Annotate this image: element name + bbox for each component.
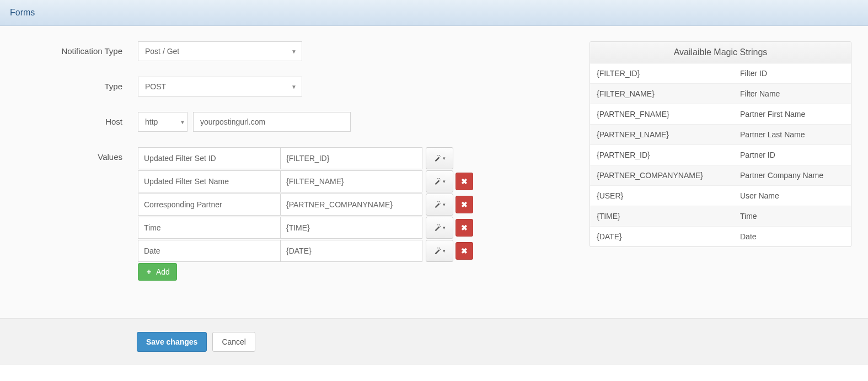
value-token-input[interactable] (280, 217, 422, 239)
magic-string-desc: Filter Name (733, 84, 851, 104)
svg-point-14 (437, 248, 438, 248)
value-key-input[interactable] (138, 147, 280, 169)
magic-string-token: {TIME} (590, 206, 733, 226)
svg-point-10 (440, 226, 441, 227)
footer-bar: Save changes Cancel (0, 318, 868, 365)
forms-breadcrumb-link[interactable]: Forms (10, 8, 35, 17)
close-icon: ✖ (461, 200, 468, 209)
notification-type-select[interactable]: Post / Get (138, 41, 302, 61)
magic-picker-button[interactable]: ▾ (426, 194, 453, 216)
host-protocol-select[interactable]: http (138, 112, 187, 132)
delete-row-button[interactable]: ✖ (456, 242, 473, 260)
magic-wand-icon (433, 201, 441, 208)
svg-point-11 (437, 224, 438, 225)
chevron-down-icon: ▾ (443, 179, 446, 184)
magic-string-desc: Time (733, 206, 851, 226)
value-token-input[interactable] (280, 240, 422, 262)
save-button[interactable]: Save changes (137, 332, 207, 352)
magic-wand-icon (433, 178, 441, 185)
value-key-input[interactable] (138, 217, 280, 239)
magic-string-row: {TIME}Time (590, 206, 851, 227)
magic-string-token: {PARTNER_COMPANYNAME} (590, 165, 733, 185)
magic-wand-icon (433, 247, 441, 255)
cancel-button[interactable]: Cancel (212, 332, 255, 352)
row-notification-type: Notification Type Post / Get (17, 41, 567, 61)
label-host: Host (17, 112, 138, 132)
magic-wand-icon (433, 224, 441, 232)
value-row: ▾✖ (138, 194, 567, 216)
magic-string-row: {PARTNER_COMPANYNAME}Partner Company Nam… (590, 165, 851, 186)
value-token-input[interactable] (280, 147, 422, 169)
svg-point-4 (440, 180, 441, 180)
svg-point-0 (439, 155, 440, 156)
row-values: Values ▾▾✖▾✖▾✖▾✖ + Add (17, 147, 567, 281)
value-key-input[interactable] (138, 240, 280, 262)
magic-string-token: {FILTER_NAME} (590, 84, 733, 104)
magic-string-desc: Partner Company Name (733, 165, 851, 185)
magic-string-token: {PARTNER_FNAME} (590, 104, 733, 124)
value-key-input[interactable] (138, 170, 280, 192)
content-area: Notification Type Post / Get Type POST (0, 26, 868, 318)
chevron-down-icon: ▾ (443, 202, 446, 207)
delete-row-button[interactable]: ✖ (456, 196, 473, 213)
magic-picker-button[interactable]: ▾ (426, 217, 453, 239)
magic-string-token: {USER} (590, 186, 733, 206)
value-token-input[interactable] (280, 194, 422, 216)
host-url-input[interactable] (193, 112, 351, 132)
type-select[interactable]: POST (138, 77, 302, 96)
magic-string-desc: Date (733, 227, 851, 246)
chevron-down-icon: ▾ (443, 155, 446, 161)
chevron-down-icon: ▾ (443, 248, 446, 254)
svg-point-8 (437, 201, 438, 202)
svg-point-6 (439, 201, 440, 202)
chevron-down-icon: ▾ (443, 225, 446, 230)
svg-point-1 (440, 157, 441, 157)
svg-point-7 (440, 203, 441, 203)
close-icon: ✖ (461, 246, 468, 255)
close-icon: ✖ (461, 223, 468, 232)
value-row: ▾✖ (138, 240, 567, 262)
magic-string-row: {FILTER_NAME}Filter Name (590, 84, 851, 104)
magic-string-token: {DATE} (590, 227, 733, 246)
add-button-label: Add (156, 267, 170, 276)
svg-point-2 (437, 155, 438, 155)
magic-picker-button[interactable]: ▾ (426, 170, 453, 192)
svg-point-13 (440, 249, 441, 250)
plus-icon: + (145, 268, 153, 276)
value-row: ▾ (138, 147, 567, 169)
magic-string-desc: Partner First Name (733, 104, 851, 124)
value-key-input[interactable] (138, 194, 280, 216)
magic-string-row: {PARTNER_ID}Partner ID (590, 145, 851, 165)
magic-strings-panel: Availaible Magic Strings {FILTER_ID}Filt… (590, 41, 851, 247)
svg-point-5 (437, 178, 438, 179)
magic-string-row: {PARTNER_LNAME}Partner Last Name (590, 125, 851, 145)
close-icon: ✖ (461, 177, 468, 186)
value-row: ▾✖ (138, 217, 567, 239)
magic-string-row: {FILTER_ID}Filter ID (590, 63, 851, 84)
row-host: Host http (17, 112, 567, 132)
magic-picker-button[interactable]: ▾ (426, 240, 453, 262)
form-column: Notification Type Post / Get Type POST (17, 41, 567, 296)
value-row: ▾✖ (138, 170, 567, 192)
magic-string-row: {PARTNER_FNAME}Partner First Name (590, 104, 851, 125)
magic-strings-title: Availaible Magic Strings (590, 42, 851, 63)
delete-row-button[interactable]: ✖ (456, 173, 473, 190)
magic-string-row: {USER}User Name (590, 186, 851, 206)
label-type: Type (17, 77, 138, 96)
svg-point-3 (439, 178, 440, 179)
magic-picker-button[interactable]: ▾ (426, 147, 453, 169)
svg-point-12 (439, 248, 440, 249)
magic-string-token: {FILTER_ID} (590, 63, 733, 83)
value-token-input[interactable] (280, 170, 422, 192)
page-header: Forms (0, 0, 868, 26)
magic-string-row: {DATE}Date (590, 227, 851, 246)
magic-wand-icon (433, 154, 441, 162)
magic-string-token: {PARTNER_ID} (590, 145, 733, 165)
magic-string-desc: Partner Last Name (733, 125, 851, 144)
delete-row-button[interactable]: ✖ (456, 219, 473, 237)
row-type: Type POST (17, 77, 567, 96)
svg-point-9 (439, 224, 440, 226)
add-value-button[interactable]: + Add (138, 263, 177, 281)
label-values: Values (17, 147, 138, 167)
magic-strings-column: Availaible Magic Strings {FILTER_ID}Filt… (590, 41, 851, 247)
